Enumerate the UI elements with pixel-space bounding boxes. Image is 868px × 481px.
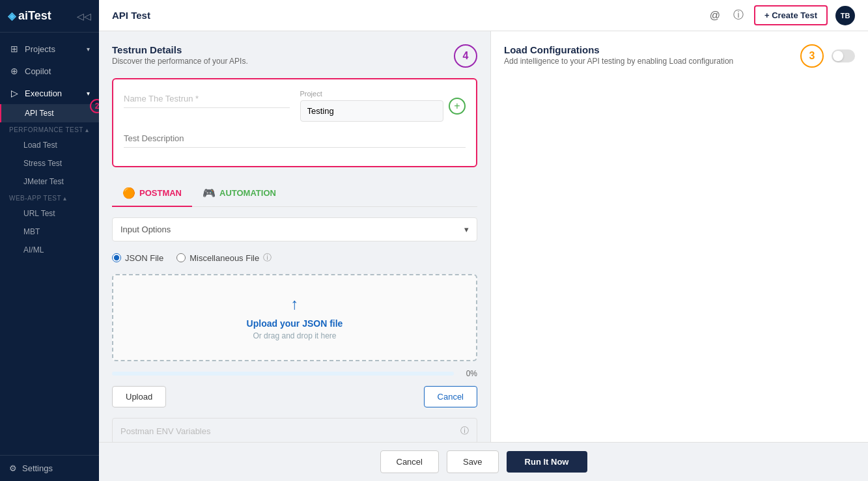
load-config-subtitle: Add intelligence to your API testing by … <box>504 57 733 66</box>
testrun-details-info: Testrun Details Discover the performance… <box>112 44 248 66</box>
create-test-button[interactable]: + Create Test <box>754 5 828 25</box>
input-options-dropdown[interactable]: Input Options ▾ <box>112 217 477 241</box>
description-form-group <box>124 130 466 148</box>
info-icon-button[interactable]: ⓘ <box>731 6 746 25</box>
sidebar-item-label: Execution <box>25 89 62 98</box>
content-area: Testrun Details Discover the performance… <box>99 31 868 442</box>
upload-title: Upload your JSON file <box>126 318 463 329</box>
step-badge-3: 3 <box>800 44 824 68</box>
run-it-now-button[interactable]: Run It Now <box>507 451 587 473</box>
sidebar-item-projects[interactable]: ⊞ Projects ▾ <box>0 38 99 60</box>
json-file-radio[interactable]: JSON File <box>112 253 163 263</box>
sidebar-item-stress-test[interactable]: Stress Test <box>0 154 99 172</box>
description-input[interactable] <box>124 130 466 148</box>
sidebar-item-url-test[interactable]: URL Test <box>0 204 99 223</box>
sidebar-nav: ⊞ Projects ▾ ⊕ Copilot ▷ Execution ▾ API… <box>0 33 99 455</box>
sidebar-sub-label: URL Test <box>23 209 55 218</box>
settings-icon: ⚙ <box>9 463 17 473</box>
chevron-down-icon: ▾ <box>87 46 90 53</box>
load-config-toggle[interactable] <box>832 49 855 62</box>
avatar[interactable]: TB <box>835 6 855 25</box>
add-project-button[interactable]: + <box>449 98 466 115</box>
at-icon-button[interactable]: @ <box>707 7 723 24</box>
collapse-icon[interactable]: ◁◁ <box>77 11 91 21</box>
topbar-actions: @ ⓘ + Create Test TB <box>707 5 855 25</box>
upload-actions: Upload Cancel <box>112 386 477 407</box>
postman-icon: 🟠 <box>122 187 135 199</box>
tab-automation[interactable]: 🎮 AUTOMATION <box>192 180 287 207</box>
right-panel: Load Configurations Add intelligence to … <box>490 31 868 442</box>
sidebar-item-mbt[interactable]: MBT <box>0 223 99 241</box>
tab-postman[interactable]: 🟠 POSTMAN <box>112 180 192 207</box>
project-select-wrapper: Project Testing Demo Production + <box>300 90 466 122</box>
env-variables-label: Postman ENV Variables <box>120 426 211 436</box>
settings-item[interactable]: ⚙ Settings <box>9 463 90 473</box>
tab-automation-label: AUTOMATION <box>219 188 276 198</box>
project-select[interactable]: Testing Demo Production <box>300 100 444 122</box>
copilot-icon: ⊕ <box>9 66 20 76</box>
section-title: Performance Test <box>9 126 83 133</box>
sidebar-sub-label: Load Test <box>23 141 57 150</box>
misc-file-radio-input[interactable] <box>176 253 186 262</box>
chevron-down-icon: ▾ <box>464 225 469 234</box>
projects-icon: ⊞ <box>9 44 20 54</box>
misc-file-info-icon[interactable]: ⓘ <box>263 252 272 264</box>
automation-icon: 🎮 <box>203 187 216 199</box>
sidebar-item-label: Copilot <box>25 66 51 76</box>
sidebar-item-execution[interactable]: ▷ Execution ▾ <box>0 82 99 104</box>
name-form-group <box>124 90 290 122</box>
sidebar-item-jmeter-test[interactable]: JMeter Test <box>0 172 99 191</box>
upload-cancel-button[interactable]: Cancel <box>424 386 477 407</box>
sidebar-item-aiml[interactable]: AI/ML <box>0 241 99 259</box>
tab-postman-label: POSTMAN <box>139 188 182 198</box>
testrun-header: Testrun Details Discover the performance… <box>112 44 477 68</box>
test-tabs: 🟠 POSTMAN 🎮 AUTOMATION <box>112 180 477 207</box>
testrun-title: Testrun Details <box>112 44 248 55</box>
testrun-form-card: Project Testing Demo Production + <box>112 78 477 167</box>
sidebar-sub-label: Stress Test <box>23 159 62 168</box>
sidebar-footer: ⚙ Settings <box>0 455 99 481</box>
chevron-up-icon: ▴ <box>63 195 67 202</box>
env-variables-field[interactable]: Postman ENV Variables ⓘ <box>112 418 477 442</box>
logo-label: aiTest <box>18 9 51 23</box>
execution-icon: ▷ <box>9 88 20 98</box>
json-file-label: JSON File <box>125 253 163 263</box>
sidebar-item-api-test[interactable]: API Test 2 <box>0 104 99 122</box>
testrun-subtitle: Discover the performance of your APIs. <box>112 57 248 66</box>
form-row-name-project: Project Testing Demo Production + <box>124 90 466 122</box>
page-title: API Test <box>112 10 150 21</box>
section-title: Web-app Test <box>9 195 61 202</box>
progress-bar-bg <box>112 372 454 376</box>
progress-wrapper: 0% <box>112 369 477 378</box>
api-test-label: API Test <box>25 109 53 118</box>
chevron-down-icon: ▾ <box>87 90 90 97</box>
file-type-radio-group: JSON File Miscellaneous File ⓘ <box>112 252 477 264</box>
sidebar-sub-label: JMeter Test <box>23 177 64 186</box>
env-info-icon[interactable]: ⓘ <box>460 425 469 437</box>
cancel-button[interactable]: Cancel <box>380 450 439 473</box>
step-badge-4: 4 <box>454 44 477 68</box>
upload-button[interactable]: Upload <box>112 386 166 407</box>
json-file-radio-input[interactable] <box>112 253 121 262</box>
upload-area[interactable]: ↑ Upload your JSON file Or drag and drop… <box>112 274 477 361</box>
main-content: API Test @ ⓘ + Create Test TB Testrun De… <box>99 0 868 481</box>
performance-test-section: Performance Test ▴ <box>0 122 99 136</box>
sidebar-item-copilot[interactable]: ⊕ Copilot <box>0 60 99 82</box>
left-panel: Testrun Details Discover the performance… <box>99 31 490 442</box>
sidebar-item-label: Projects <box>25 44 55 54</box>
chevron-up-icon: ▴ <box>85 126 89 133</box>
input-options-label: Input Options <box>120 225 171 234</box>
sidebar-logo: ◈ aiTest ◁◁ <box>0 0 99 33</box>
save-button[interactable]: Save <box>447 450 499 473</box>
progress-text: 0% <box>459 369 477 378</box>
load-config-header: Load Configurations Add intelligence to … <box>504 44 855 68</box>
sidebar-item-load-test[interactable]: Load Test <box>0 136 99 154</box>
sidebar-sub-label: MBT <box>23 227 40 236</box>
load-config-title: Load Configurations <box>504 44 733 55</box>
logo: ◈ aiTest <box>8 9 51 23</box>
upload-icon: ↑ <box>126 295 463 313</box>
settings-label: Settings <box>22 463 53 473</box>
testrun-name-input[interactable] <box>124 90 290 108</box>
misc-file-radio[interactable]: Miscellaneous File ⓘ <box>176 252 272 264</box>
logo-icon: ◈ <box>8 10 16 22</box>
